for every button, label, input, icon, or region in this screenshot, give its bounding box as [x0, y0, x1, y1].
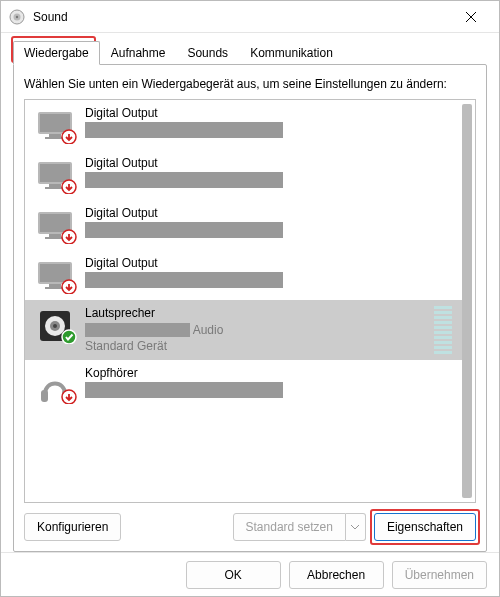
tab-label: Wiedergabe [24, 46, 89, 60]
device-info: Digital Output [85, 206, 456, 238]
device-detail: Audio [190, 323, 223, 337]
headphones-icon [35, 368, 77, 404]
tab-recording[interactable]: Aufnahme [100, 41, 177, 65]
redacted-text [85, 382, 283, 398]
cancel-button[interactable]: Abbrechen [289, 561, 384, 589]
set-default-dropdown[interactable] [346, 513, 366, 541]
device-info: Lautsprecher AudioStandard Gerät [85, 306, 434, 353]
volume-meter [434, 306, 452, 354]
set-default-button[interactable]: Standard setzen [233, 513, 346, 541]
button-label: OK [224, 568, 241, 582]
device-info: Digital Output [85, 106, 456, 138]
ok-button[interactable]: OK [186, 561, 281, 589]
redacted-text [85, 122, 283, 138]
dialog-footer: OK Abbrechen Übernehmen [1, 552, 499, 596]
tab-playback[interactable]: Wiedergabe [13, 41, 100, 65]
button-label: Abbrechen [307, 568, 365, 582]
monitor-icon [35, 208, 77, 244]
properties-button[interactable]: Eigenschaften [374, 513, 476, 541]
device-name: Digital Output [85, 106, 456, 120]
set-default-splitbutton: Standard setzen [233, 513, 366, 541]
monitor-icon [35, 108, 77, 144]
close-button[interactable] [451, 1, 491, 33]
device-row[interactable]: Digital Output [25, 250, 462, 300]
device-name: Digital Output [85, 206, 456, 220]
tab-strip: Wiedergabe Aufnahme Sounds Kommunikation [13, 41, 487, 65]
dialog-body: Wiedergabe Aufnahme Sounds Kommunikation… [1, 33, 499, 552]
device-row[interactable]: Digital Output [25, 150, 462, 200]
instruction-text: Wählen Sie unten ein Wiedergabegerät aus… [24, 77, 476, 91]
device-row[interactable]: Digital Output [25, 100, 462, 150]
button-label: Eigenschaften [387, 520, 463, 534]
tab-communications[interactable]: Kommunikation [239, 41, 344, 65]
redacted-text [85, 272, 283, 288]
device-info: Kopfhörer [85, 366, 456, 398]
button-label: Standard setzen [246, 520, 333, 534]
panel-button-row: Konfigurieren Standard setzen Eigenschaf… [24, 513, 476, 541]
button-label: Konfigurieren [37, 520, 108, 534]
tab-label: Sounds [187, 46, 228, 60]
device-row[interactable]: Digital Output [25, 200, 462, 250]
device-status-text: Standard Gerät [85, 339, 434, 353]
device-name: Kopfhörer [85, 366, 456, 380]
button-label: Übernehmen [405, 568, 474, 582]
device-list[interactable]: Digital OutputDigital OutputDigital Outp… [25, 100, 462, 502]
monitor-icon [35, 258, 77, 294]
configure-button[interactable]: Konfigurieren [24, 513, 121, 541]
redacted-text [85, 323, 190, 337]
device-name: Digital Output [85, 156, 456, 170]
redacted-text [85, 222, 283, 238]
svg-point-2 [16, 15, 18, 17]
sound-dialog: Sound Wiedergabe Aufnahme Sounds Kommuni… [0, 0, 500, 597]
close-icon [465, 11, 477, 23]
apply-button[interactable]: Übernehmen [392, 561, 487, 589]
device-name: Digital Output [85, 256, 456, 270]
scrollbar[interactable] [462, 104, 472, 498]
device-info: Digital Output [85, 256, 456, 288]
tab-panel-playback: Wählen Sie unten ein Wiedergabegerät aus… [13, 64, 487, 552]
tab-label: Aufnahme [111, 46, 166, 60]
tab-sounds[interactable]: Sounds [176, 41, 239, 65]
chevron-down-icon [350, 524, 360, 530]
monitor-icon [35, 158, 77, 194]
device-info: Digital Output [85, 156, 456, 188]
device-row[interactable]: Lautsprecher AudioStandard Gerät [25, 300, 462, 360]
tab-label: Kommunikation [250, 46, 333, 60]
redacted-text [85, 172, 283, 188]
titlebar: Sound [1, 1, 499, 33]
speaker-icon [35, 308, 77, 344]
device-list-container: Digital OutputDigital OutputDigital Outp… [24, 99, 476, 503]
device-name: Lautsprecher [85, 306, 434, 320]
sound-app-icon [9, 9, 25, 25]
window-title: Sound [33, 10, 451, 24]
device-row[interactable]: Kopfhörer [25, 360, 462, 410]
